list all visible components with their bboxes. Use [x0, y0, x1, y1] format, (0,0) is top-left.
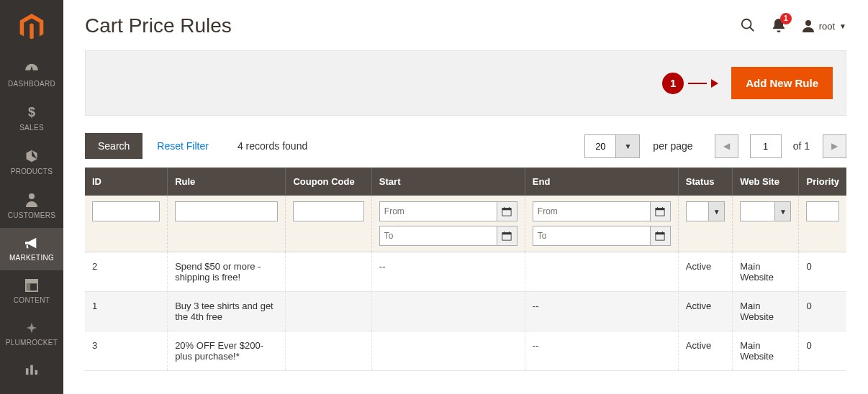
- filter-website-select[interactable]: ▼: [740, 201, 791, 221]
- calendar-icon[interactable]: [651, 201, 671, 221]
- filter-start-to[interactable]: [379, 226, 497, 246]
- nav-content[interactable]: CONTENT: [0, 270, 63, 313]
- svg-line-9: [749, 27, 754, 31]
- chevron-down-icon: ▼: [708, 202, 724, 221]
- add-new-rule-button[interactable]: Add New Rule: [731, 67, 833, 99]
- admin-sidebar: DASHBOARD $ SALES PRODUCTS CUSTOMERS MAR…: [0, 0, 63, 394]
- per-page-select[interactable]: ▼: [584, 134, 640, 158]
- table-row[interactable]: 3 20% OFF Ever $200-plus purchase!* -- A…: [85, 331, 846, 371]
- col-header-end[interactable]: End: [525, 168, 678, 196]
- col-header-start[interactable]: Start: [371, 168, 525, 196]
- col-header-rule[interactable]: Rule: [168, 168, 286, 196]
- per-page-input[interactable]: [584, 134, 616, 158]
- search-icon: [740, 17, 756, 33]
- svg-rect-16: [502, 233, 511, 235]
- layout-icon: [25, 279, 38, 292]
- page-input[interactable]: [750, 134, 782, 158]
- filter-rule-input[interactable]: [175, 201, 278, 221]
- filter-status-select[interactable]: ▼: [686, 201, 725, 221]
- next-page-button[interactable]: ▶: [823, 134, 846, 158]
- notifications-button[interactable]: 1: [772, 17, 786, 35]
- header-actions: 1 root ▼: [740, 17, 846, 35]
- username: root: [819, 21, 835, 32]
- per-page-label: per page: [653, 140, 692, 152]
- svg-rect-24: [656, 233, 664, 235]
- page-header: Cart Price Rules 1 root ▼: [85, 14, 846, 37]
- nav-products[interactable]: PRODUCTS: [0, 140, 63, 184]
- dollar-icon: $: [27, 105, 37, 119]
- magento-logo-icon: [19, 14, 44, 41]
- svg-point-1: [29, 193, 35, 199]
- search-button[interactable]: [740, 17, 756, 35]
- sort-arrow-icon: ↓: [835, 177, 839, 187]
- person-icon: [26, 193, 37, 207]
- svg-rect-6: [30, 365, 33, 375]
- svg-rect-4: [26, 283, 30, 291]
- calendar-icon[interactable]: [497, 226, 517, 246]
- records-found-label: 4 records found: [238, 140, 307, 152]
- filter-coupon-input[interactable]: [293, 201, 363, 221]
- nav-plumrocket[interactable]: PLUMROCKET: [0, 313, 63, 355]
- notification-badge: 1: [780, 13, 792, 24]
- filter-row: ▼ ▼: [85, 196, 846, 252]
- chevron-down-icon: ▼: [839, 22, 846, 30]
- nav-customers[interactable]: CUSTOMERS: [0, 184, 63, 228]
- callout-number: 1: [662, 73, 684, 94]
- svg-text:$: $: [28, 105, 35, 119]
- action-bar: 1 Add New Rule: [85, 50, 846, 116]
- prev-page-button[interactable]: ◀: [715, 134, 738, 158]
- calendar-icon[interactable]: [497, 201, 517, 221]
- magento-logo[interactable]: [0, 0, 63, 54]
- filter-end-from[interactable]: [533, 201, 651, 221]
- page-title: Cart Price Rules: [85, 14, 232, 37]
- svg-point-8: [741, 19, 751, 28]
- main-content: Cart Price Rules 1 root ▼ 1 Add New Rule: [63, 0, 868, 394]
- svg-rect-5: [26, 368, 29, 375]
- calendar-icon[interactable]: [651, 226, 671, 246]
- col-header-web[interactable]: Web Site: [733, 168, 799, 196]
- nav-reports[interactable]: [0, 355, 63, 388]
- megaphone-icon: [24, 237, 40, 249]
- nav-sales[interactable]: $ SALES: [0, 96, 63, 140]
- col-header-priority[interactable]: Priority↓: [799, 168, 846, 196]
- page-of-label: of 1: [793, 140, 810, 152]
- callout-annotation: 1: [662, 73, 718, 94]
- reset-filter-link[interactable]: Reset Filter: [157, 140, 209, 152]
- svg-rect-7: [35, 370, 38, 375]
- dashboard-icon: [24, 63, 40, 75]
- col-header-coupon[interactable]: Coupon Code: [286, 168, 371, 196]
- col-header-id[interactable]: ID: [85, 168, 168, 196]
- nav-dashboard[interactable]: DASHBOARD: [0, 54, 63, 96]
- search-button-grid[interactable]: Search: [85, 133, 143, 159]
- svg-rect-12: [502, 209, 511, 211]
- per-page-dropdown[interactable]: ▼: [616, 134, 640, 158]
- nav-marketing[interactable]: MARKETING: [0, 228, 63, 270]
- chevron-down-icon: ▼: [774, 202, 790, 221]
- bars-icon: [25, 364, 38, 375]
- filter-end-to[interactable]: [533, 226, 651, 246]
- filter-start-from[interactable]: [379, 201, 497, 221]
- svg-point-10: [805, 20, 811, 26]
- grid-controls: Search Reset Filter 4 records found ▼ pe…: [85, 133, 846, 159]
- box-icon: [24, 149, 39, 163]
- user-icon: [802, 19, 815, 32]
- table-row[interactable]: 2 Spend $50 or more - shipping is free! …: [85, 252, 846, 292]
- filter-priority-input[interactable]: [806, 201, 839, 221]
- account-menu[interactable]: root ▼: [802, 19, 846, 32]
- plumrocket-icon: [25, 321, 38, 334]
- col-header-status[interactable]: Status: [678, 168, 732, 196]
- svg-rect-3: [26, 280, 37, 283]
- rules-table: ID Rule Coupon Code Start End Status Web…: [85, 168, 846, 371]
- svg-rect-20: [656, 209, 664, 211]
- filter-id-input[interactable]: [92, 201, 160, 221]
- arrow-right-icon: [711, 79, 718, 88]
- table-row[interactable]: 1 Buy 3 tee shirts and get the 4th free …: [85, 292, 846, 331]
